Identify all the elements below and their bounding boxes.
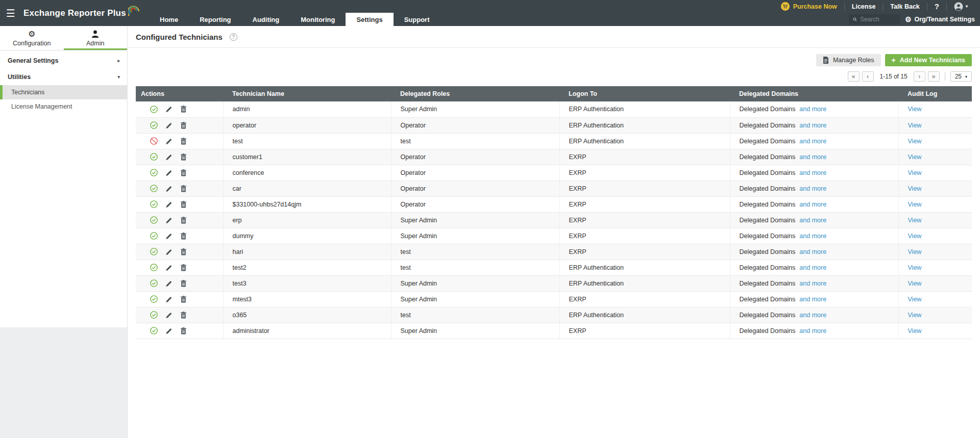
delete-icon[interactable] [180,153,187,161]
org-tenant-settings-button[interactable]: ⚙ Org/Tenant Settings [905,16,975,23]
edit-icon[interactable] [165,122,173,129]
view-link[interactable]: View [908,296,922,303]
purchase-now-link[interactable]: Purchase Now [774,3,844,11]
and-more-link[interactable]: and more [799,248,826,255]
status-toggle-icon[interactable] [150,121,158,129]
nav-tab-reporting[interactable]: Reporting [189,13,241,26]
status-toggle-icon[interactable] [150,264,158,271]
hamburger-menu-icon[interactable]: ☰ [6,8,15,18]
delete-icon[interactable] [180,169,187,176]
manage-roles-button[interactable]: Manage Roles [816,54,881,66]
status-toggle-icon[interactable] [150,279,158,287]
and-more-link[interactable]: and more [799,138,826,145]
edit-icon[interactable] [165,296,173,303]
edit-icon[interactable] [165,153,173,161]
view-link[interactable]: View [908,217,922,224]
and-more-link[interactable]: and more [799,153,826,161]
edit-icon[interactable] [165,264,173,271]
nav-tab-auditing[interactable]: Auditing [242,13,290,26]
status-toggle-icon[interactable] [150,200,158,208]
and-more-link[interactable]: and more [799,312,826,319]
prev-page-button[interactable]: ‹ [862,71,874,82]
status-toggle-icon[interactable] [150,106,158,113]
delete-icon[interactable] [180,312,187,319]
status-toggle-icon[interactable] [150,153,158,161]
status-toggle-icon[interactable] [150,311,158,319]
app-logo[interactable]: Exchange Reporter Plus [23,8,140,18]
sidebar-section-utilities[interactable]: Utilities ▾ [0,69,127,85]
and-more-link[interactable]: and more [799,296,826,303]
edit-icon[interactable] [165,185,173,192]
edit-icon[interactable] [165,280,173,287]
delete-icon[interactable] [180,201,187,208]
view-link[interactable]: View [908,248,922,255]
and-more-link[interactable]: and more [799,106,826,113]
page-size-select[interactable]: 25 ▾ [950,71,972,82]
and-more-link[interactable]: and more [799,233,826,240]
edit-icon[interactable] [165,233,173,240]
help-button[interactable]: ? [927,3,946,11]
nav-tab-support[interactable]: Support [394,13,440,26]
delete-icon[interactable] [180,185,187,192]
view-link[interactable]: View [908,106,922,113]
edit-icon[interactable] [165,138,173,145]
and-more-link[interactable]: and more [799,264,826,271]
user-menu[interactable]: ▾ [946,3,975,11]
view-link[interactable]: View [908,233,922,240]
view-link[interactable]: View [908,169,922,176]
edit-icon[interactable] [165,327,173,334]
add-new-technicians-button[interactable]: + Add New Technicians [885,54,972,66]
view-link[interactable]: View [908,138,922,145]
page-help-icon[interactable]: ? [230,33,237,41]
view-link[interactable]: View [908,264,922,271]
last-page-button[interactable]: » [928,71,940,82]
status-toggle-icon[interactable] [150,327,158,334]
edit-icon[interactable] [165,201,173,208]
view-link[interactable]: View [908,312,922,319]
status-toggle-icon[interactable] [150,295,158,303]
edit-icon[interactable] [165,169,173,176]
view-link[interactable]: View [908,327,922,334]
delete-icon[interactable] [180,233,187,240]
and-more-link[interactable]: and more [799,201,826,208]
and-more-link[interactable]: and more [799,280,826,287]
nav-tab-home[interactable]: Home [149,13,189,26]
and-more-link[interactable]: and more [799,185,826,192]
delete-icon[interactable] [180,248,187,255]
nav-tab-monitoring[interactable]: Monitoring [290,13,346,26]
view-link[interactable]: View [908,153,922,161]
talk-back-link[interactable]: Talk Back [883,3,926,11]
status-toggle-icon[interactable] [150,232,158,240]
next-page-button[interactable]: › [914,71,925,82]
edit-icon[interactable] [165,106,173,113]
tab-configuration[interactable]: ⚙ Configuration [0,26,64,50]
edit-icon[interactable] [165,248,173,255]
status-toggle-icon[interactable] [150,248,158,255]
tab-admin[interactable]: Admin [64,26,128,50]
delete-icon[interactable] [180,106,187,113]
delete-icon[interactable] [180,296,187,303]
and-more-link[interactable]: and more [799,169,826,176]
status-toggle-icon[interactable] [150,185,158,192]
delete-icon[interactable] [180,280,187,287]
view-link[interactable]: View [908,201,922,208]
status-toggle-icon[interactable] [150,216,158,224]
sidebar-item-technicians[interactable]: Technicians [0,85,127,99]
delete-icon[interactable] [180,264,187,271]
first-page-button[interactable]: « [848,71,860,82]
edit-icon[interactable] [165,217,173,224]
search-box[interactable] [849,14,900,24]
view-link[interactable]: View [908,122,922,129]
status-toggle-icon[interactable] [150,169,158,176]
sidebar-section-general-settings[interactable]: General Settings ▸ [0,53,127,69]
delete-icon[interactable] [180,327,187,334]
view-link[interactable]: View [908,185,922,192]
edit-icon[interactable] [165,312,173,319]
sidebar-item-license-management[interactable]: License Management [0,99,127,114]
and-more-link[interactable]: and more [799,217,826,224]
delete-icon[interactable] [180,122,187,129]
license-link[interactable]: License [844,3,883,11]
search-input[interactable] [860,16,896,23]
delete-icon[interactable] [180,138,187,145]
nav-tab-settings[interactable]: Settings [346,13,393,26]
